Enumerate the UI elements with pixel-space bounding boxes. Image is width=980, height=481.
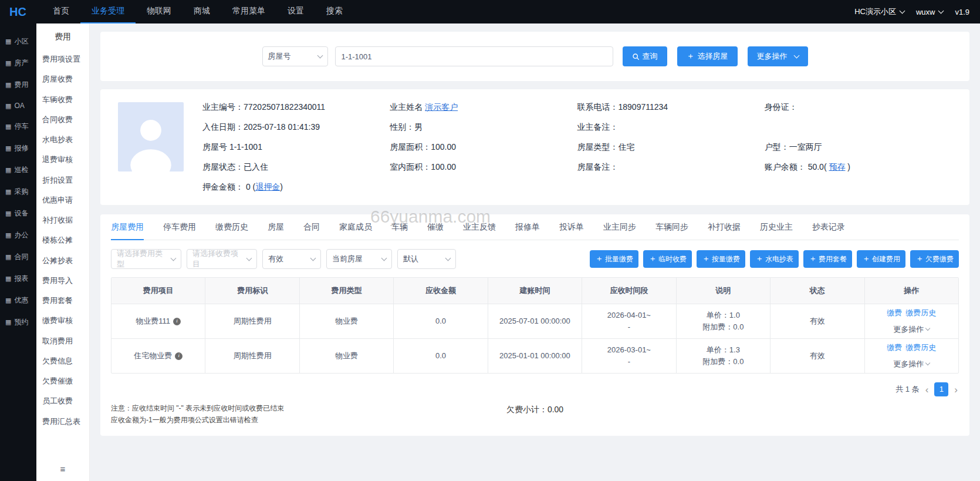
detail-tabs: 房屋费用 停车费用 缴费历史 房屋 合同 家庭成员 车辆 催缴 业主反馈 <box>111 214 959 240</box>
nav-item[interactable]: 搜索 <box>315 0 354 23</box>
fee-action-button[interactable]: ＋ 临时收费 <box>643 250 692 268</box>
page-button[interactable]: 1 <box>934 382 948 396</box>
nav-item[interactable]: 业务受理 <box>80 0 136 23</box>
note-line-2: 应收金额为-1一般为费用项公式设置出错请检查 <box>111 414 394 426</box>
next-page-button[interactable]: › <box>954 385 958 395</box>
submenu-item[interactable]: 房屋收费 <box>36 69 89 89</box>
fee-action-button[interactable]: ＋ 费用套餐 <box>803 250 852 268</box>
sidebar-module-item[interactable]: ▦ 设备 <box>0 203 36 224</box>
tab[interactable]: 报修单 <box>515 222 540 240</box>
filter-select[interactable]: 请选择费用类型 <box>111 249 181 269</box>
sidebar-module-item[interactable]: ▦ 报表 <box>0 268 36 290</box>
refund-deposit-link[interactable]: 退押金 <box>255 182 280 191</box>
tab[interactable]: 停车费用 <box>163 222 196 240</box>
fee-action-button[interactable]: ＋ 批量缴费 <box>590 250 638 268</box>
sidebar-module-item[interactable]: ▦ 小区 <box>0 31 36 52</box>
pay-link[interactable]: 缴费 <box>887 342 902 354</box>
sidebar-module-item[interactable]: ▦ OA <box>0 96 36 116</box>
tab[interactable]: 历史业主 <box>760 222 793 240</box>
app-logo[interactable]: HC <box>9 5 26 19</box>
tab[interactable]: 车辆同步 <box>655 222 688 240</box>
fee-action-button[interactable]: ＋ 欠费缴费 <box>910 250 959 268</box>
pay-history-link[interactable]: 缴费历史 <box>905 307 936 319</box>
chevron-down-icon <box>938 8 944 14</box>
community-selector[interactable]: HC演示小区 <box>854 6 904 17</box>
row-more-actions[interactable]: 更多操作 <box>893 324 930 335</box>
sidebar-module-item[interactable]: ▦ 采购 <box>0 181 36 203</box>
tab[interactable]: 投诉单 <box>559 222 584 240</box>
plus-icon: ＋ <box>648 254 657 264</box>
submenu-item[interactable]: 取消费用 <box>36 331 89 351</box>
fee-action-button[interactable]: ＋ 创建费用 <box>857 250 905 268</box>
nav-item[interactable]: 物联网 <box>136 0 183 23</box>
collapse-menu-icon[interactable]: ≡ <box>36 459 89 481</box>
plus-icon: ＋ <box>915 254 924 264</box>
tab[interactable]: 车辆 <box>391 222 408 240</box>
tab[interactable]: 房屋费用 <box>111 222 144 240</box>
filter-select[interactable]: 有效 <box>262 249 321 269</box>
sidebar-module-item[interactable]: ▦ 费用 <box>0 74 36 96</box>
tab[interactable]: 催缴 <box>427 222 444 240</box>
info-icon[interactable]: i <box>175 352 183 360</box>
submenu-item[interactable]: 楼栋公摊 <box>36 230 89 250</box>
pay-history-link[interactable]: 缴费历史 <box>905 342 936 354</box>
owner-name-link[interactable]: 演示客户 <box>425 102 458 112</box>
submenu-item[interactable]: 合同收费 <box>36 110 89 130</box>
nav-item[interactable]: 常用菜单 <box>221 0 276 23</box>
submenu-item[interactable]: 费用套餐 <box>36 291 89 311</box>
fee-action-button[interactable]: ＋ 水电抄表 <box>750 250 799 268</box>
submenu-item[interactable]: 费用导入 <box>36 271 89 291</box>
submenu-item[interactable]: 欠费信息 <box>36 351 89 371</box>
tab[interactable]: 补打收据 <box>708 222 741 240</box>
search-type-select[interactable]: 房屋号 <box>262 46 328 66</box>
navbar-right: HC演示小区 wuxw v1.9 <box>854 6 969 17</box>
select-house-button[interactable]: ＋ 选择房屋 <box>677 46 738 66</box>
fee-action-button[interactable]: ＋ 按量缴费 <box>697 250 745 268</box>
submenu-item[interactable]: 补打收据 <box>36 210 89 230</box>
prestore-link[interactable]: 预存 <box>829 162 845 171</box>
tab[interactable]: 房屋 <box>268 222 284 240</box>
submenu-item[interactable]: 折扣设置 <box>36 170 89 190</box>
row-more-actions[interactable]: 更多操作 <box>893 358 930 370</box>
tab[interactable]: 业主同步 <box>603 222 636 240</box>
sidebar-module-item[interactable]: ▦ 优惠 <box>0 290 36 311</box>
nav-item[interactable]: 首页 <box>42 0 80 23</box>
submenu-item[interactable]: 公摊抄表 <box>36 251 89 271</box>
tab[interactable]: 缴费历史 <box>215 222 248 240</box>
nav-item[interactable]: 设置 <box>276 0 315 23</box>
tab[interactable]: 合同 <box>303 222 320 240</box>
house-number-input[interactable] <box>335 46 613 66</box>
submenu-item[interactable]: 退费审核 <box>36 150 89 170</box>
submenu-item[interactable]: 费用项设置 <box>36 49 89 69</box>
filter-select[interactable]: 当前房屋 <box>326 249 392 269</box>
info-icon[interactable]: i <box>173 318 181 325</box>
sidebar-module-item[interactable]: ▦ 合同 <box>0 246 36 268</box>
tab[interactable]: 家庭成员 <box>339 222 372 240</box>
sidebar-module-item[interactable]: ▦ 办公 <box>0 224 36 246</box>
submenu-item[interactable]: 员工收费 <box>36 391 89 411</box>
sidebar-module-item[interactable]: ▦ 预约 <box>0 311 36 333</box>
submenu-item[interactable]: 优惠申请 <box>36 190 89 210</box>
submenu-item[interactable]: 费用汇总表 <box>36 412 89 432</box>
module-grid-icon: ▦ <box>5 210 11 217</box>
query-button[interactable]: 查询 <box>623 46 667 66</box>
column-header: 应收时间段 <box>582 278 676 304</box>
submenu-item[interactable]: 缴费审核 <box>36 311 89 331</box>
prev-page-button[interactable]: ‹ <box>925 385 929 395</box>
filter-select[interactable]: 请选择收费项目 <box>187 249 257 269</box>
fee-table-row: 住宅物业费i 周期性费用 物业费 0.0 2025-01-01 00:00:00… <box>111 338 958 373</box>
tab[interactable]: 抄表记录 <box>812 222 845 240</box>
user-menu[interactable]: wuxw <box>916 8 944 16</box>
tab[interactable]: 业主反馈 <box>463 222 496 240</box>
sidebar-module-item[interactable]: ▦ 房产 <box>0 52 36 74</box>
pay-link[interactable]: 缴费 <box>887 307 902 319</box>
submenu-item[interactable]: 水电抄表 <box>36 130 89 150</box>
sidebar-module-item[interactable]: ▦ 停车 <box>0 116 36 137</box>
nav-item[interactable]: 商城 <box>183 0 221 23</box>
submenu-item[interactable]: 欠费催缴 <box>36 371 89 391</box>
submenu-item[interactable]: 车辆收费 <box>36 90 89 110</box>
sidebar-module-item[interactable]: ▦ 巡检 <box>0 159 36 181</box>
more-actions-button[interactable]: 更多操作 <box>748 46 808 66</box>
filter-select[interactable]: 默认 <box>397 249 456 269</box>
sidebar-module-item[interactable]: ▦ 报修 <box>0 137 36 159</box>
